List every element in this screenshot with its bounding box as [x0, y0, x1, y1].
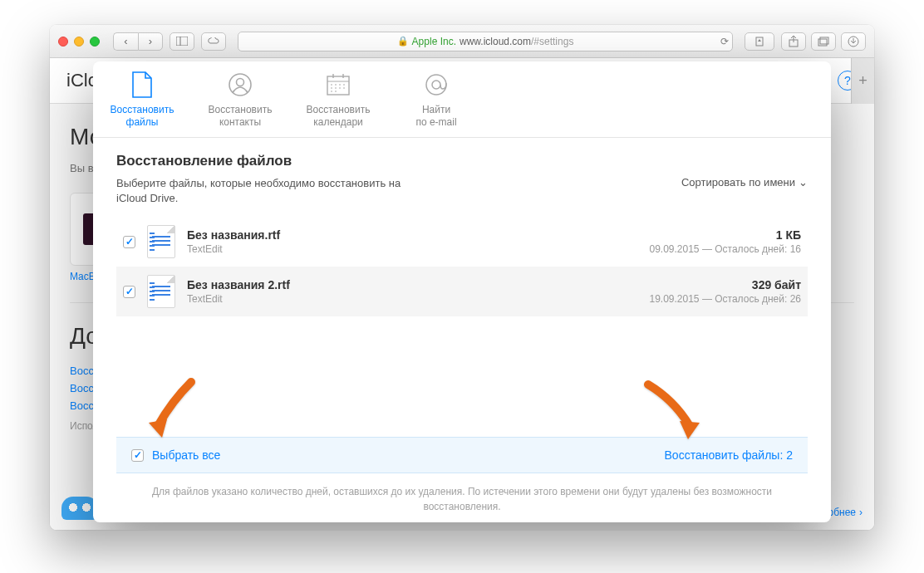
contact-icon	[228, 71, 253, 99]
file-list: Без названия.rtf TextEdit 1 КБ 09.09.201…	[116, 217, 808, 316]
document-icon	[147, 225, 175, 258]
tab-restore-files[interactable]: Восстановить файлы	[93, 61, 191, 137]
svg-rect-0	[176, 37, 188, 46]
file-expiry: 09.09.2015 — Осталось дней: 16	[649, 243, 801, 255]
file-name: Без названия.rtf	[187, 228, 637, 242]
tab-restore-calendars[interactable]: Восстановить календари	[289, 61, 387, 137]
tabs-overview-button[interactable]	[811, 32, 836, 51]
tab-label: Восстановить контакты	[209, 104, 273, 129]
file-icon	[130, 71, 155, 99]
browser-toolbar: ‹ › 🔒 Apple Inc. www.icloud.com/#setting…	[50, 25, 874, 58]
svg-point-11	[237, 78, 244, 86]
file-row[interactable]: Без названия.rtf TextEdit 1 КБ 09.09.201…	[116, 217, 808, 267]
svg-rect-12	[327, 76, 349, 95]
sort-label: Сортировать по имени	[681, 176, 795, 189]
file-expiry: 19.09.2015 — Осталось дней: 26	[649, 293, 801, 305]
back-button[interactable]: ‹	[113, 32, 138, 51]
tab-find-by-email[interactable]: Найти по e-mail	[387, 61, 485, 137]
file-checkbox[interactable]	[123, 236, 135, 248]
file-app: TextEdit	[187, 243, 637, 255]
minimize-window-button[interactable]	[74, 37, 84, 47]
tab-restore-contacts[interactable]: Восстановить контакты	[191, 61, 289, 137]
icloud-tabs-button[interactable]	[201, 32, 226, 51]
select-all-checkbox[interactable]	[131, 449, 144, 462]
file-row[interactable]: Без названия 2.rtf TextEdit 329 байт 19.…	[116, 267, 808, 316]
downloads-button[interactable]	[841, 32, 866, 51]
action-bar: Выбрать все Восстановить файлы: 2	[116, 437, 808, 473]
tab-label: Найти по e-mail	[415, 104, 456, 129]
file-checkbox[interactable]	[123, 286, 135, 298]
forward-button[interactable]: ›	[138, 32, 163, 51]
chevron-right-icon: ›	[859, 507, 863, 518]
svg-point-26	[426, 75, 446, 95]
url-bar[interactable]: 🔒 Apple Inc. www.icloud.com/#settings ⟳	[238, 32, 733, 51]
modal-tabs: Восстановить файлы Восстановить контакты…	[93, 61, 831, 138]
modal-content: Восстановление файлов Выберите файлы, ко…	[93, 138, 831, 522]
share-button[interactable]	[781, 32, 806, 51]
file-name: Без названия 2.rtf	[187, 278, 637, 291]
sort-dropdown[interactable]: Сортировать по имени ⌄	[681, 176, 808, 189]
sidebar-button[interactable]	[170, 32, 194, 51]
reader-button[interactable]	[745, 32, 774, 51]
restore-files-modal: Восстановить файлы Восстановить контакты…	[93, 61, 831, 522]
select-all-label: Выбрать все	[152, 448, 220, 462]
url-path: /#settings	[531, 36, 573, 47]
modal-footer-note: Для файлов указано количество дней, оста…	[116, 473, 808, 514]
file-size: 329 байт	[649, 278, 801, 291]
window-controls	[58, 37, 100, 47]
svg-marker-3	[758, 39, 761, 42]
calendar-icon	[326, 71, 351, 99]
tab-label: Восстановить файлы	[111, 104, 174, 129]
reload-button[interactable]: ⟳	[720, 36, 729, 47]
file-app: TextEdit	[187, 293, 637, 305]
safari-window: ‹ › 🔒 Apple Inc. www.icloud.com/#setting…	[50, 25, 874, 530]
close-window-button[interactable]	[58, 37, 68, 47]
lock-icon: 🔒	[397, 36, 409, 47]
svg-point-27	[432, 81, 440, 89]
new-tab-button[interactable]: +	[851, 58, 874, 104]
url-company: Apple Inc.	[412, 36, 456, 47]
modal-title: Восстановление файлов	[116, 153, 808, 169]
restore-files-button[interactable]: Восстановить файлы: 2	[665, 448, 793, 462]
zoom-window-button[interactable]	[90, 37, 100, 47]
document-icon	[147, 275, 175, 308]
nav-buttons: ‹ ›	[113, 32, 163, 51]
email-icon	[424, 71, 449, 99]
url-host: www.icloud.com	[460, 36, 531, 47]
tab-label: Восстановить календари	[307, 104, 371, 129]
modal-instruction: Выберите файлы, которые необходимо восст…	[116, 176, 415, 205]
chevron-down-icon: ⌄	[799, 176, 808, 189]
file-size: 1 КБ	[649, 228, 801, 242]
select-all[interactable]: Выбрать все	[131, 448, 220, 462]
